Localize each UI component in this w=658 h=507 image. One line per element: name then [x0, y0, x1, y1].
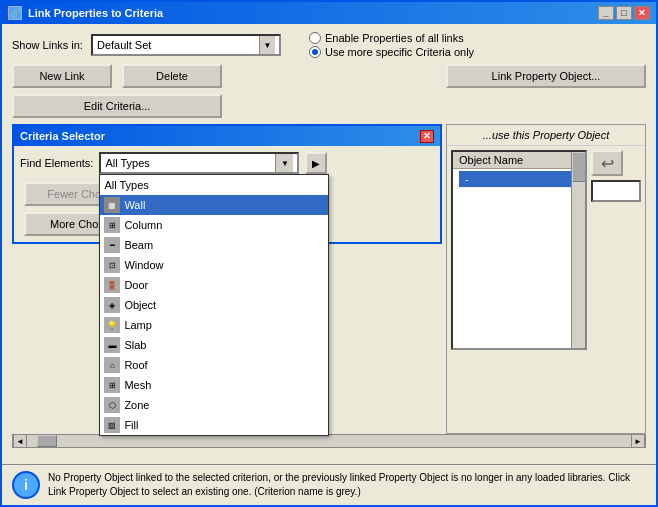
- criteria-close-button[interactable]: ✕: [420, 130, 434, 143]
- dropdown-item-column[interactable]: ⊞ Column: [100, 215, 328, 235]
- window-icon: ⊡: [104, 257, 120, 273]
- scroll-right-button[interactable]: ►: [631, 434, 645, 448]
- edit-criteria-button[interactable]: Edit Criteria...: [12, 94, 222, 118]
- slab-icon: ▬: [104, 337, 120, 353]
- radio-label-2: Use more specific Criteria only: [325, 46, 474, 58]
- scrollbar-h-thumb: [37, 435, 57, 447]
- clear-action-button[interactable]: [591, 180, 641, 202]
- title-bar-controls: _ □ ✕: [598, 6, 650, 20]
- dropdown-item-mesh[interactable]: ⊞ Mesh: [100, 375, 328, 395]
- main-area: Criteria Selector ✕ Find Elements: All T…: [12, 124, 646, 434]
- radio-item-1[interactable]: Enable Properties of all links: [309, 32, 474, 44]
- main-window: 🔗 Link Properties to Criteria _ □ ✕ Show…: [0, 0, 658, 507]
- show-links-dropdown[interactable]: Default Set ▼: [91, 34, 281, 56]
- right-panel: ...use this Property Object Object Name …: [446, 124, 646, 434]
- dropdown-item-label: Beam: [124, 239, 153, 251]
- info-icon: i: [12, 471, 40, 499]
- window-icon: 🔗: [8, 6, 22, 20]
- dash-value: -: [465, 173, 469, 185]
- beam-icon: ━: [104, 237, 120, 253]
- maximize-button[interactable]: □: [616, 6, 632, 20]
- dropdown-item-window[interactable]: ⊡ Window: [100, 255, 328, 275]
- dropdown-item-label: Object: [124, 299, 156, 311]
- criteria-body: Find Elements: All Types ▼ All Types: [14, 146, 440, 242]
- zone-icon: ⬡: [104, 397, 120, 413]
- info-text: No Property Object linked to the selecte…: [48, 471, 646, 499]
- dropdown-item-label: Mesh: [124, 379, 151, 391]
- object-name-column-header: Object Name ▼: [453, 152, 585, 169]
- dropdown-item-label: Wall: [124, 199, 145, 211]
- dropdown-item-label: Door: [124, 279, 148, 291]
- close-button[interactable]: ✕: [634, 6, 650, 20]
- dropdown-item-roof[interactable]: ⌂ Roof: [100, 355, 328, 375]
- mesh-icon: ⊞: [104, 377, 120, 393]
- dropdown-item-lamp[interactable]: 💡 Lamp: [100, 315, 328, 335]
- vertical-scrollbar[interactable]: [571, 152, 585, 348]
- criteria-selector-panel: Criteria Selector ✕ Find Elements: All T…: [12, 124, 442, 244]
- delete-button[interactable]: Delete: [122, 64, 222, 88]
- radio-circle-1: [309, 32, 321, 44]
- radio-circle-2: [309, 46, 321, 58]
- scroll-left-button[interactable]: ◄: [13, 434, 27, 448]
- show-links-arrow: ▼: [259, 36, 275, 54]
- object-icon: ◈: [104, 297, 120, 313]
- object-name-label: Object Name: [459, 154, 523, 166]
- find-elements-nav-button[interactable]: ▶: [305, 152, 327, 174]
- new-link-button[interactable]: New Link: [12, 64, 112, 88]
- criteria-selector-title-bar: Criteria Selector ✕: [14, 126, 440, 146]
- dropdown-item-door[interactable]: 🚪 Door: [100, 275, 328, 295]
- door-icon: 🚪: [104, 277, 120, 293]
- show-links-row: Show Links in: Default Set ▼ Enable Prop…: [12, 32, 646, 58]
- fill-icon: ▨: [104, 417, 120, 433]
- dropdown-item-beam[interactable]: ━ Beam: [100, 235, 328, 255]
- dropdown-item-object[interactable]: ◈ Object: [100, 295, 328, 315]
- radio-item-2[interactable]: Use more specific Criteria only: [309, 46, 474, 58]
- dropdown-item-label: Column: [124, 219, 162, 231]
- link-action-button[interactable]: ↩: [591, 150, 623, 176]
- dropdown-item-label: Slab: [124, 339, 146, 351]
- show-links-label: Show Links in:: [12, 39, 83, 51]
- list-row-dash[interactable]: -: [459, 171, 579, 188]
- radio-group: Enable Properties of all links Use more …: [309, 32, 474, 58]
- radio-label-1: Enable Properties of all links: [325, 32, 464, 44]
- column-icon: ⊞: [104, 217, 120, 233]
- dropdown-item-label: Window: [124, 259, 163, 271]
- wall-icon: ▦: [104, 197, 120, 213]
- right-panel-header: ...use this Property Object: [447, 125, 645, 146]
- find-elements-dropdown-container: All Types ▼ All Types ▦ Wall: [99, 152, 299, 174]
- lamp-icon: 💡: [104, 317, 120, 333]
- scrollbar-thumb: [572, 152, 586, 182]
- bottom-info-bar: i No Property Object linked to the selec…: [2, 464, 656, 505]
- find-elements-dropdown[interactable]: All Types ▼: [99, 152, 299, 174]
- link-property-object-button[interactable]: Link Property Object...: [446, 64, 646, 88]
- roof-icon: ⌂: [104, 357, 120, 373]
- dropdown-item-label: All Types: [104, 179, 148, 191]
- find-elements-label: Find Elements:: [20, 157, 93, 169]
- minimize-button[interactable]: _: [598, 6, 614, 20]
- find-elements-value: All Types: [105, 157, 275, 169]
- dropdown-item-label: Roof: [124, 359, 147, 371]
- dropdown-item-label: Zone: [124, 399, 149, 411]
- dropdown-item-slab[interactable]: ▬ Slab: [100, 335, 328, 355]
- dropdown-item-zone[interactable]: ⬡ Zone: [100, 395, 328, 415]
- title-bar: 🔗 Link Properties to Criteria _ □ ✕: [2, 2, 656, 24]
- dropdown-item-label: Lamp: [124, 319, 152, 331]
- dropdown-item-wall[interactable]: ▦ Wall: [100, 195, 328, 215]
- horizontal-scrollbar: ◄ ►: [12, 434, 646, 448]
- window-title: Link Properties to Criteria: [28, 7, 163, 19]
- action-buttons-column: ↩: [591, 150, 641, 202]
- scrollbar-h-track: [27, 434, 631, 448]
- find-elements-row: Find Elements: All Types ▼ All Types: [20, 152, 434, 174]
- show-links-value: Default Set: [97, 39, 259, 51]
- object-list: -: [453, 169, 585, 190]
- dropdown-item-all-types[interactable]: All Types: [100, 175, 328, 195]
- main-content: Show Links in: Default Set ▼ Enable Prop…: [2, 24, 656, 456]
- criteria-selector-title: Criteria Selector: [20, 130, 105, 142]
- dropdown-item-label: Fill: [124, 419, 138, 431]
- find-elements-arrow: ▼: [275, 154, 293, 172]
- dropdown-item-fill[interactable]: ▨ Fill: [100, 415, 328, 435]
- find-elements-menu: All Types ▦ Wall ⊞ Column: [99, 174, 329, 436]
